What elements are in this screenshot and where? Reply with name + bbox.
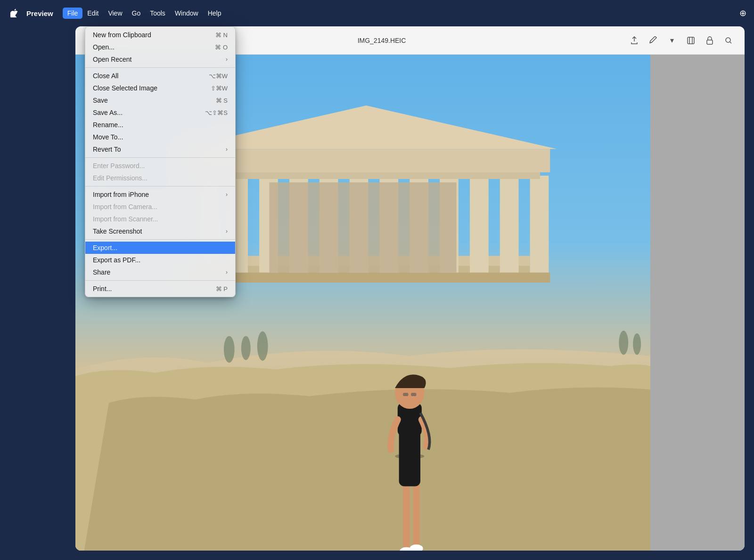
control-center-icon[interactable]: ⊕ (739, 8, 746, 18)
menubar-view[interactable]: View (103, 8, 127, 19)
menu-separator (85, 239, 235, 240)
menu-item-enter-password[interactable]: Enter Password... (85, 160, 235, 172)
menu-item-close-selected-image[interactable]: Close Selected Image ⇧⌘W (85, 82, 235, 94)
menubar-file[interactable]: File (63, 8, 83, 19)
svg-rect-20 (182, 149, 550, 172)
menu-item-label: Edit Permissions... (93, 174, 228, 182)
menu-item-label: Export... (93, 244, 228, 252)
menu-item-label: Save (93, 97, 216, 104)
menu-item-import-from-iphone[interactable]: Import from iPhone › (85, 188, 235, 201)
menu-item-take-screenshot[interactable]: Take Screenshot › (85, 225, 235, 237)
submenu-arrow-icon: › (226, 56, 228, 63)
adjust-size-icon[interactable] (684, 34, 697, 47)
sidebar-panel (650, 55, 745, 551)
menu-item-label: Open Recent (93, 56, 222, 63)
menu-item-label: Rename... (93, 121, 228, 129)
submenu-arrow-icon: › (226, 228, 228, 235)
menu-item-label: Import from Camera... (93, 203, 228, 211)
submenu-arrow-icon: › (226, 269, 228, 276)
menu-item-save-as[interactable]: Save As... ⌥⇧⌘S (85, 106, 235, 119)
svg-rect-0 (688, 37, 694, 44)
svg-rect-28 (403, 483, 410, 550)
menubar: Preview File Edit View Go Tools Window H… (0, 0, 754, 26)
svg-rect-32 (399, 430, 420, 487)
menu-item-import-from-camera[interactable]: Import from Camera... (85, 201, 235, 213)
menu-item-label: Close Selected Image (93, 84, 211, 92)
svg-point-2 (726, 38, 730, 42)
app-name: Preview (26, 9, 53, 17)
menu-item-rename[interactable]: Rename... (85, 119, 235, 131)
menu-item-label: Open... (93, 43, 215, 51)
menu-shortcut: ⌥⇧⌘S (205, 109, 228, 116)
svg-rect-35 (403, 393, 408, 396)
menu-shortcut: ⇧⌘W (211, 85, 228, 92)
svg-rect-1 (707, 40, 713, 44)
chevron-down-icon[interactable]: ▾ (665, 34, 679, 47)
menu-item-import-from-scanner[interactable]: Import from Scanner... (85, 213, 235, 225)
markup-icon[interactable] (647, 34, 660, 47)
menu-item-label: Import from iPhone (93, 191, 222, 198)
menu-item-print[interactable]: Print... ⌘ P (85, 283, 235, 295)
menu-item-save[interactable]: Save ⌘ S (85, 94, 235, 106)
menu-item-close-all[interactable]: Close All ⌥⌘W (85, 70, 235, 82)
menu-item-revert-to[interactable]: Revert To › (85, 143, 235, 155)
menu-item-label: Take Screenshot (93, 227, 222, 235)
menubar-edit[interactable]: Edit (82, 8, 103, 19)
menu-shortcut: ⌥⌘W (209, 73, 228, 80)
menu-shortcut: ⌘ S (216, 97, 228, 104)
apple-menu-icon[interactable] (8, 7, 21, 20)
menubar-help[interactable]: Help (203, 8, 226, 19)
search-icon[interactable] (722, 34, 735, 47)
menu-separator (85, 186, 235, 187)
svg-point-25 (619, 331, 628, 355)
menu-item-export-as-pdf[interactable]: Export as PDF... (85, 254, 235, 266)
menu-item-label: Share (93, 268, 222, 276)
menubar-tools[interactable]: Tools (145, 8, 170, 19)
menu-item-share[interactable]: Share › (85, 266, 235, 278)
menu-shortcut: ⌘ O (215, 44, 228, 51)
menu-item-label: Revert To (93, 146, 222, 153)
menu-item-edit-permissions[interactable]: Edit Permissions... (85, 172, 235, 184)
menu-item-label: Enter Password... (93, 162, 228, 170)
menu-separator (85, 67, 235, 68)
menubar-go[interactable]: Go (127, 8, 146, 19)
svg-point-24 (257, 332, 268, 361)
menu-item-export[interactable]: Export... (85, 242, 235, 254)
svg-rect-18 (530, 176, 549, 273)
svg-point-22 (224, 336, 235, 363)
menu-item-label: Save As... (93, 109, 205, 116)
menu-item-new-from-clipboard[interactable]: New from Clipboard ⌘ N (85, 29, 235, 41)
menu-item-open[interactable]: Open... ⌘ O (85, 41, 235, 53)
menu-item-label: Move To... (93, 133, 228, 141)
menu-item-label: Print... (93, 285, 216, 292)
svg-rect-17 (500, 176, 519, 273)
menubar-window[interactable]: Window (170, 8, 203, 19)
menu-item-label: Close All (93, 72, 209, 80)
menu-item-label: Export as PDF... (93, 256, 228, 264)
svg-rect-16 (470, 176, 489, 273)
svg-rect-36 (411, 393, 416, 396)
menu-item-label: Import from Scanner... (93, 215, 228, 223)
svg-point-23 (241, 336, 251, 360)
menu-item-move-to[interactable]: Move To... (85, 131, 235, 143)
menu-item-label: New from Clipboard (93, 31, 215, 39)
svg-point-26 (633, 333, 641, 355)
menu-shortcut: ⌘ P (216, 285, 228, 292)
submenu-arrow-icon: › (226, 191, 228, 198)
menu-separator (85, 157, 235, 158)
svg-rect-21 (269, 182, 456, 273)
menu-separator (85, 280, 235, 281)
file-dropdown-menu: New from Clipboard ⌘ N Open... ⌘ O Open … (85, 26, 236, 297)
share-icon[interactable] (628, 34, 641, 47)
svg-rect-29 (413, 483, 419, 547)
menu-item-open-recent[interactable]: Open Recent › (85, 53, 235, 65)
menu-shortcut: ⌘ N (215, 32, 228, 39)
lock-icon[interactable] (703, 34, 716, 47)
submenu-arrow-icon: › (226, 146, 228, 153)
